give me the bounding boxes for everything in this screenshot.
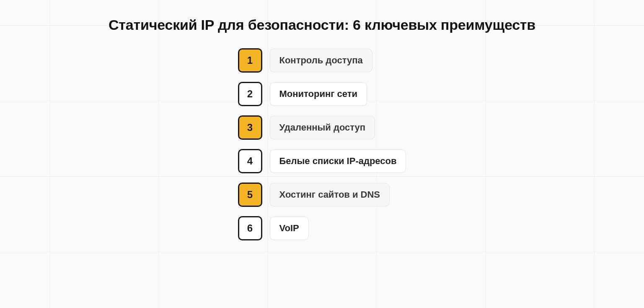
diagram-container: Статический IP для безопасности: 6 ключе… (0, 0, 644, 308)
list-item: 2 Мониторинг сети (238, 82, 367, 106)
item-number-badge: 5 (238, 183, 262, 207)
list-item: 5 Хостинг сайтов и DNS (238, 183, 390, 207)
item-label-card: Контроль доступа (270, 49, 372, 72)
item-label-card: Удаленный доступ (270, 116, 375, 139)
item-label-card: Мониторинг сети (270, 82, 367, 106)
item-number-badge: 3 (238, 115, 262, 140)
list-item: 3 Удаленный доступ (238, 115, 375, 140)
diagram-title: Статический IP для безопасности: 6 ключе… (109, 17, 535, 33)
list-item: 1 Контроль доступа (238, 48, 372, 73)
item-label-card: Белые списки IP-адресов (270, 149, 406, 173)
list-item: 6 VoIP (238, 216, 309, 240)
item-number-badge: 2 (238, 82, 262, 106)
benefit-list: 1 Контроль доступа 2 Мониторинг сети 3 У… (238, 48, 406, 240)
list-item: 4 Белые списки IP-адресов (238, 149, 406, 173)
item-label-card: VoIP (270, 217, 309, 240)
item-number-badge: 1 (238, 48, 262, 73)
item-number-badge: 6 (238, 216, 262, 240)
item-label-card: Хостинг сайтов и DNS (270, 183, 390, 206)
item-number-badge: 4 (238, 149, 262, 173)
